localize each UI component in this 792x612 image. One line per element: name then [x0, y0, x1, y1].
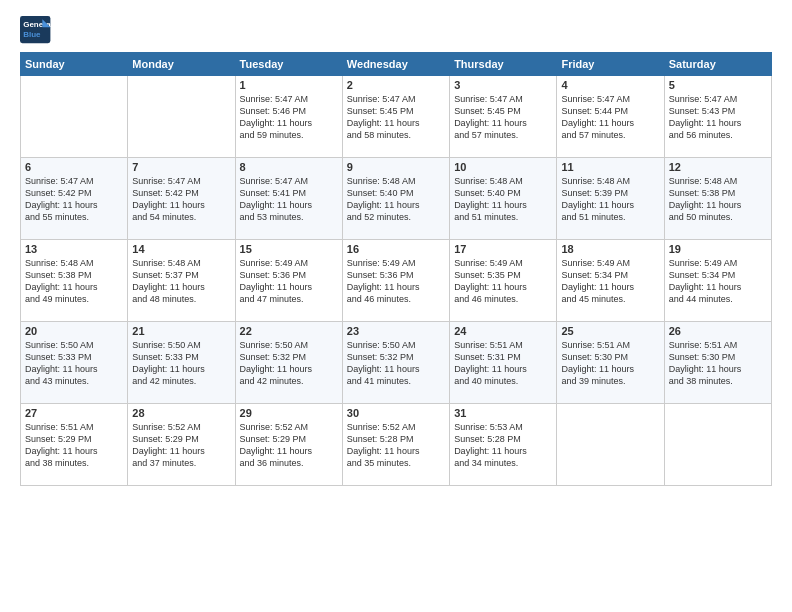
col-header-saturday: Saturday — [664, 53, 771, 76]
table-row: 27Sunrise: 5:51 AM Sunset: 5:29 PM Dayli… — [21, 404, 128, 486]
cell-info: Sunrise: 5:49 AM Sunset: 5:35 PM Dayligh… — [454, 257, 552, 306]
table-row: 4Sunrise: 5:47 AM Sunset: 5:44 PM Daylig… — [557, 76, 664, 158]
day-number: 10 — [454, 161, 552, 173]
day-number: 1 — [240, 79, 338, 91]
table-row: 19Sunrise: 5:49 AM Sunset: 5:34 PM Dayli… — [664, 240, 771, 322]
table-row: 20Sunrise: 5:50 AM Sunset: 5:33 PM Dayli… — [21, 322, 128, 404]
cell-info: Sunrise: 5:53 AM Sunset: 5:28 PM Dayligh… — [454, 421, 552, 470]
cell-info: Sunrise: 5:47 AM Sunset: 5:46 PM Dayligh… — [240, 93, 338, 142]
cell-info: Sunrise: 5:48 AM Sunset: 5:38 PM Dayligh… — [25, 257, 123, 306]
table-row: 26Sunrise: 5:51 AM Sunset: 5:30 PM Dayli… — [664, 322, 771, 404]
table-row: 14Sunrise: 5:48 AM Sunset: 5:37 PM Dayli… — [128, 240, 235, 322]
day-number: 17 — [454, 243, 552, 255]
col-header-tuesday: Tuesday — [235, 53, 342, 76]
cell-info: Sunrise: 5:51 AM Sunset: 5:30 PM Dayligh… — [669, 339, 767, 388]
table-row: 24Sunrise: 5:51 AM Sunset: 5:31 PM Dayli… — [450, 322, 557, 404]
table-row: 6Sunrise: 5:47 AM Sunset: 5:42 PM Daylig… — [21, 158, 128, 240]
table-row: 3Sunrise: 5:47 AM Sunset: 5:45 PM Daylig… — [450, 76, 557, 158]
cell-info: Sunrise: 5:49 AM Sunset: 5:34 PM Dayligh… — [669, 257, 767, 306]
cell-info: Sunrise: 5:52 AM Sunset: 5:29 PM Dayligh… — [132, 421, 230, 470]
day-number: 5 — [669, 79, 767, 91]
table-row: 11Sunrise: 5:48 AM Sunset: 5:39 PM Dayli… — [557, 158, 664, 240]
cell-info: Sunrise: 5:51 AM Sunset: 5:30 PM Dayligh… — [561, 339, 659, 388]
table-row: 23Sunrise: 5:50 AM Sunset: 5:32 PM Dayli… — [342, 322, 449, 404]
day-number: 7 — [132, 161, 230, 173]
table-row: 7Sunrise: 5:47 AM Sunset: 5:42 PM Daylig… — [128, 158, 235, 240]
cell-info: Sunrise: 5:49 AM Sunset: 5:36 PM Dayligh… — [347, 257, 445, 306]
day-number: 22 — [240, 325, 338, 337]
cell-info: Sunrise: 5:48 AM Sunset: 5:38 PM Dayligh… — [669, 175, 767, 224]
day-number: 29 — [240, 407, 338, 419]
cell-info: Sunrise: 5:51 AM Sunset: 5:29 PM Dayligh… — [25, 421, 123, 470]
day-number: 8 — [240, 161, 338, 173]
cell-info: Sunrise: 5:49 AM Sunset: 5:34 PM Dayligh… — [561, 257, 659, 306]
col-header-wednesday: Wednesday — [342, 53, 449, 76]
table-row: 12Sunrise: 5:48 AM Sunset: 5:38 PM Dayli… — [664, 158, 771, 240]
table-row: 29Sunrise: 5:52 AM Sunset: 5:29 PM Dayli… — [235, 404, 342, 486]
cell-info: Sunrise: 5:47 AM Sunset: 5:42 PM Dayligh… — [25, 175, 123, 224]
table-row: 21Sunrise: 5:50 AM Sunset: 5:33 PM Dayli… — [128, 322, 235, 404]
table-row: 16Sunrise: 5:49 AM Sunset: 5:36 PM Dayli… — [342, 240, 449, 322]
logo: General Blue — [20, 16, 52, 44]
day-number: 9 — [347, 161, 445, 173]
table-row: 1Sunrise: 5:47 AM Sunset: 5:46 PM Daylig… — [235, 76, 342, 158]
cell-info: Sunrise: 5:51 AM Sunset: 5:31 PM Dayligh… — [454, 339, 552, 388]
day-number: 6 — [25, 161, 123, 173]
day-number: 30 — [347, 407, 445, 419]
day-number: 28 — [132, 407, 230, 419]
table-row: 25Sunrise: 5:51 AM Sunset: 5:30 PM Dayli… — [557, 322, 664, 404]
cell-info: Sunrise: 5:52 AM Sunset: 5:28 PM Dayligh… — [347, 421, 445, 470]
cell-info: Sunrise: 5:50 AM Sunset: 5:33 PM Dayligh… — [132, 339, 230, 388]
table-row: 30Sunrise: 5:52 AM Sunset: 5:28 PM Dayli… — [342, 404, 449, 486]
cell-info: Sunrise: 5:47 AM Sunset: 5:42 PM Dayligh… — [132, 175, 230, 224]
day-number: 2 — [347, 79, 445, 91]
day-number: 19 — [669, 243, 767, 255]
day-number: 26 — [669, 325, 767, 337]
table-row — [664, 404, 771, 486]
logo-icon: General Blue — [20, 16, 52, 44]
table-row: 31Sunrise: 5:53 AM Sunset: 5:28 PM Dayli… — [450, 404, 557, 486]
table-row: 28Sunrise: 5:52 AM Sunset: 5:29 PM Dayli… — [128, 404, 235, 486]
cell-info: Sunrise: 5:49 AM Sunset: 5:36 PM Dayligh… — [240, 257, 338, 306]
table-row: 17Sunrise: 5:49 AM Sunset: 5:35 PM Dayli… — [450, 240, 557, 322]
cell-info: Sunrise: 5:47 AM Sunset: 5:41 PM Dayligh… — [240, 175, 338, 224]
day-number: 31 — [454, 407, 552, 419]
day-number: 24 — [454, 325, 552, 337]
day-number: 3 — [454, 79, 552, 91]
cell-info: Sunrise: 5:48 AM Sunset: 5:40 PM Dayligh… — [347, 175, 445, 224]
table-row: 9Sunrise: 5:48 AM Sunset: 5:40 PM Daylig… — [342, 158, 449, 240]
table-row: 22Sunrise: 5:50 AM Sunset: 5:32 PM Dayli… — [235, 322, 342, 404]
cell-info: Sunrise: 5:48 AM Sunset: 5:40 PM Dayligh… — [454, 175, 552, 224]
table-row: 8Sunrise: 5:47 AM Sunset: 5:41 PM Daylig… — [235, 158, 342, 240]
cell-info: Sunrise: 5:47 AM Sunset: 5:45 PM Dayligh… — [347, 93, 445, 142]
day-number: 4 — [561, 79, 659, 91]
day-number: 15 — [240, 243, 338, 255]
day-number: 27 — [25, 407, 123, 419]
cell-info: Sunrise: 5:47 AM Sunset: 5:45 PM Dayligh… — [454, 93, 552, 142]
col-header-monday: Monday — [128, 53, 235, 76]
day-number: 21 — [132, 325, 230, 337]
cell-info: Sunrise: 5:50 AM Sunset: 5:32 PM Dayligh… — [240, 339, 338, 388]
calendar-table: SundayMondayTuesdayWednesdayThursdayFrid… — [20, 52, 772, 486]
table-row: 10Sunrise: 5:48 AM Sunset: 5:40 PM Dayli… — [450, 158, 557, 240]
table-row: 5Sunrise: 5:47 AM Sunset: 5:43 PM Daylig… — [664, 76, 771, 158]
day-number: 12 — [669, 161, 767, 173]
cell-info: Sunrise: 5:47 AM Sunset: 5:44 PM Dayligh… — [561, 93, 659, 142]
cell-info: Sunrise: 5:52 AM Sunset: 5:29 PM Dayligh… — [240, 421, 338, 470]
day-number: 20 — [25, 325, 123, 337]
cell-info: Sunrise: 5:48 AM Sunset: 5:39 PM Dayligh… — [561, 175, 659, 224]
cell-info: Sunrise: 5:48 AM Sunset: 5:37 PM Dayligh… — [132, 257, 230, 306]
cell-info: Sunrise: 5:50 AM Sunset: 5:33 PM Dayligh… — [25, 339, 123, 388]
table-row: 15Sunrise: 5:49 AM Sunset: 5:36 PM Dayli… — [235, 240, 342, 322]
svg-text:Blue: Blue — [23, 30, 41, 39]
table-row: 18Sunrise: 5:49 AM Sunset: 5:34 PM Dayli… — [557, 240, 664, 322]
day-number: 14 — [132, 243, 230, 255]
table-row: 13Sunrise: 5:48 AM Sunset: 5:38 PM Dayli… — [21, 240, 128, 322]
cell-info: Sunrise: 5:47 AM Sunset: 5:43 PM Dayligh… — [669, 93, 767, 142]
table-row — [557, 404, 664, 486]
day-number: 13 — [25, 243, 123, 255]
col-header-friday: Friday — [557, 53, 664, 76]
table-row: 2Sunrise: 5:47 AM Sunset: 5:45 PM Daylig… — [342, 76, 449, 158]
page-header: General Blue — [20, 16, 772, 44]
day-number: 25 — [561, 325, 659, 337]
